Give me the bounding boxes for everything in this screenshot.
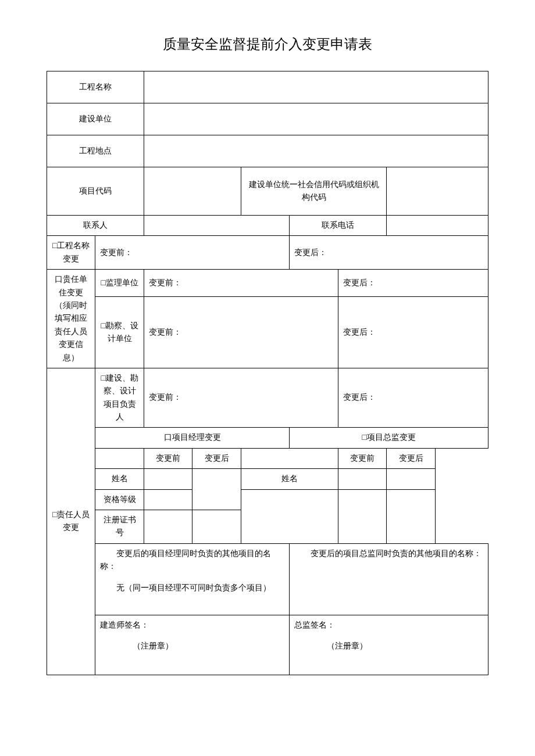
unit-credit-code-label: 建设单位统一社会信用代码或组织机构代码 bbox=[241, 167, 386, 216]
name-change-after-label: 变更后： bbox=[294, 248, 327, 257]
project-location-value[interactable] bbox=[144, 135, 488, 167]
director-col-after: 变更后 bbox=[387, 448, 435, 468]
pm-grade-label: 资格等级 bbox=[95, 489, 144, 510]
name-change-section-label: □工程名称变更 bbox=[47, 236, 95, 270]
pm-cert-after[interactable] bbox=[192, 510, 241, 544]
contact-person-value[interactable] bbox=[144, 216, 289, 236]
pm-name-label: 姓名 bbox=[95, 469, 144, 489]
bsd-leader-before[interactable]: 变更前： bbox=[144, 368, 338, 428]
project-code-label: 项目代码 bbox=[47, 167, 144, 216]
other-director-projects-cell[interactable]: 变更后的项目总监同时负责的其他项目的名称： bbox=[290, 543, 488, 615]
director-middle-before[interactable] bbox=[338, 489, 386, 543]
supervision-unit-after-label: 变更后： bbox=[343, 278, 376, 287]
project-code-value[interactable] bbox=[144, 167, 241, 216]
bsd-leader-after-label: 变更后： bbox=[343, 393, 376, 402]
name-change-before-label: 变更前： bbox=[100, 248, 133, 257]
builder-sign-cell[interactable]: 建造师签名： （注册章） bbox=[95, 615, 290, 675]
director-name-label: 姓名 bbox=[241, 469, 338, 489]
name-change-before[interactable]: 变更前： bbox=[95, 236, 290, 270]
survey-design-unit-after-label: 变更后： bbox=[343, 328, 376, 336]
contact-phone-label: 联系电话 bbox=[290, 216, 387, 236]
project-name-value[interactable] bbox=[144, 71, 488, 103]
bsd-leader-after[interactable]: 变更后： bbox=[338, 368, 488, 428]
pm-change-label: 口项目经理变更 bbox=[95, 428, 290, 448]
director-name-before[interactable] bbox=[338, 469, 386, 489]
other-director-projects-label: 变更后的项目总监同时负责的其他项目的名称： bbox=[294, 547, 483, 560]
form-title: 质量安全监督提前介入变更申请表 bbox=[47, 35, 488, 53]
other-pm-projects-note: 无（同一项目经理不可同时负责多个项目） bbox=[100, 582, 284, 594]
contact-person-label: 联系人 bbox=[47, 216, 144, 236]
other-pm-projects-cell[interactable]: 变更后的项目经理同时负责的其他项目的名称： 无（同一项目经理不可同时负责多个项目… bbox=[95, 543, 290, 615]
application-form-table: 工程名称 建设单位 工程地点 项目代码 建设单位统一社会信用代码或组织机构代码 … bbox=[47, 71, 488, 675]
director-middle-after[interactable] bbox=[387, 489, 435, 543]
survey-design-unit-before-label: 变更前： bbox=[149, 328, 181, 336]
pm-name-grade-after[interactable] bbox=[192, 469, 241, 510]
director-name-after[interactable] bbox=[387, 469, 435, 489]
builder-sign-label: 建造师签名： bbox=[100, 619, 284, 632]
director-col-before: 变更前 bbox=[338, 448, 386, 468]
supervision-unit-label: □监理单位 bbox=[95, 270, 144, 297]
director-sign-label: 总监签名： bbox=[294, 619, 483, 632]
pm-cert-label: 注册证书号 bbox=[95, 510, 144, 544]
director-change-label: □项目总监变更 bbox=[290, 428, 488, 448]
bsd-leader-before-label: 变更前： bbox=[149, 393, 181, 402]
pm-cert-before[interactable] bbox=[144, 510, 192, 544]
construction-unit-label: 建设单位 bbox=[47, 103, 144, 135]
pm-blank-header bbox=[95, 448, 144, 468]
pm-name-before[interactable] bbox=[144, 469, 192, 489]
supervision-unit-before[interactable]: 变更前： bbox=[144, 270, 338, 297]
build-survey-design-leader-label: □建设、勘察、设计项目负责人 bbox=[95, 368, 144, 428]
other-pm-projects-label: 变更后的项目经理同时负责的其他项目的名称： bbox=[100, 547, 284, 574]
survey-design-unit-before[interactable]: 变更前： bbox=[144, 296, 338, 368]
unit-credit-code-value[interactable] bbox=[387, 167, 488, 216]
contact-phone-value[interactable] bbox=[387, 216, 488, 236]
director-seal-note: （注册章） bbox=[294, 640, 483, 653]
director-blank-header bbox=[241, 448, 338, 468]
survey-design-unit-label: □勘察、设计单位 bbox=[95, 296, 144, 368]
survey-design-unit-after[interactable]: 变更后： bbox=[338, 296, 488, 368]
pm-col-before: 变更前 bbox=[144, 448, 192, 468]
builder-seal-note: （注册章） bbox=[100, 640, 284, 653]
supervision-unit-after[interactable]: 变更后： bbox=[338, 270, 488, 297]
director-middle-blank[interactable] bbox=[241, 489, 338, 543]
project-location-label: 工程地点 bbox=[47, 135, 144, 167]
construction-unit-value[interactable] bbox=[144, 103, 488, 135]
person-change-section-label: □责任人员变更 bbox=[47, 368, 95, 675]
project-name-label: 工程名称 bbox=[47, 71, 144, 103]
pm-col-after: 变更后 bbox=[192, 448, 241, 468]
name-change-after[interactable]: 变更后： bbox=[290, 236, 488, 270]
supervision-unit-before-label: 变更前： bbox=[149, 278, 181, 287]
unit-change-section-label: 口贵任单住变更（须同时 填写相应责任人员变更信 息） bbox=[47, 270, 95, 368]
pm-grade-before[interactable] bbox=[144, 489, 192, 510]
director-sign-cell[interactable]: 总监签名： （注册章） bbox=[290, 615, 488, 675]
